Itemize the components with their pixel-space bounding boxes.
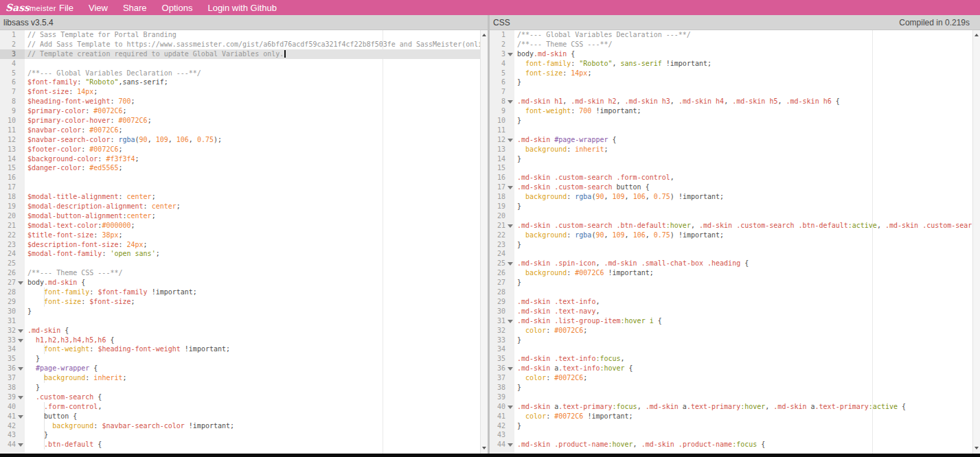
code-line[interactable]: $footer-color: #0072C6;	[25, 145, 480, 154]
code-line[interactable]: font-family: "Roboto", sans-serif !impor…	[514, 59, 972, 69]
gutter-line-number[interactable]: 36	[0, 364, 25, 373]
css-code-area[interactable]: /**--- Global Variables Declaration ---*…	[514, 30, 972, 457]
gutter-line-number[interactable]: 5	[0, 69, 25, 78]
code-line[interactable]: $modal-description-alignment: center;	[25, 202, 480, 211]
gutter-line-number[interactable]: 15	[490, 163, 514, 173]
code-line[interactable]: .custom-search {	[25, 392, 480, 402]
code-line[interactable]: }	[25, 307, 480, 316]
code-line[interactable]	[514, 344, 972, 354]
code-line[interactable]: // Add Sass Template to https://www.sass…	[25, 40, 480, 49]
gutter-line-number[interactable]: 33	[0, 336, 25, 345]
gutter-line-number[interactable]: 37	[490, 373, 514, 383]
fold-toggle-icon[interactable]	[18, 443, 23, 447]
gutter-line-number[interactable]: 3	[0, 49, 25, 59]
fold-toggle-icon[interactable]	[508, 100, 513, 104]
code-line[interactable]: }	[25, 430, 480, 440]
gutter-line-number[interactable]: 12	[490, 135, 514, 145]
fold-toggle-icon[interactable]	[508, 443, 513, 447]
code-line[interactable]: background: #0072C6 !important;	[514, 268, 972, 278]
gutter-line-number[interactable]: 24	[490, 249, 514, 259]
code-line[interactable]: button {	[25, 412, 480, 421]
code-line[interactable]: /**--- Global Variables Declaration ---*…	[514, 30, 972, 40]
gutter-line-number[interactable]: 18	[490, 192, 514, 202]
gutter-line-number[interactable]: 38	[490, 383, 514, 392]
code-line[interactable]: }	[514, 78, 972, 87]
gutter-line-number[interactable]: 28	[490, 288, 514, 297]
code-line[interactable]	[514, 87, 972, 97]
gutter-line-number[interactable]: 37	[0, 373, 25, 383]
code-line[interactable]	[514, 126, 972, 135]
sass-code-editor[interactable]: 1234567891011121314151617181920212223242…	[0, 30, 488, 457]
gutter-line-number[interactable]: 30	[490, 307, 514, 316]
code-line[interactable]: .md-skin a.text-info:hover {	[514, 364, 972, 373]
code-line[interactable]: .md-skin .custom-search .btn-default:hov…	[514, 221, 972, 231]
sass-editor-scrollbar[interactable]	[480, 30, 488, 457]
gutter-line-number[interactable]: 27	[0, 278, 25, 288]
gutter-line-number[interactable]: 41	[490, 412, 514, 421]
gutter-line-number[interactable]: 41	[0, 412, 25, 421]
gutter-line-number[interactable]: 9	[490, 106, 514, 116]
code-line[interactable]	[25, 316, 480, 326]
code-line[interactable]: }	[514, 240, 972, 250]
css-code-editor[interactable]: 1234567891011121314151617181920212223242…	[490, 30, 980, 457]
code-line[interactable]: /**--- Global Variables Declaration ---*…	[25, 69, 480, 78]
gutter-line-number[interactable]: 33	[490, 336, 514, 345]
code-line[interactable]: .md-skin a.text-primary:focus, .md-skin …	[514, 402, 972, 412]
gutter-line-number[interactable]: 11	[490, 126, 514, 135]
code-line[interactable]	[25, 183, 480, 192]
fold-toggle-icon[interactable]	[18, 367, 23, 371]
gutter-line-number[interactable]: 21	[0, 221, 25, 231]
gutter-line-number[interactable]: 3	[490, 49, 514, 59]
gutter-line-number[interactable]: 17	[490, 183, 514, 192]
code-line[interactable]: $font-family: "Roboto",sans-serif;	[25, 78, 480, 87]
gutter-line-number[interactable]: 32	[0, 326, 25, 336]
code-line[interactable]: background: rgba(90, 109, 106, 0.75) !im…	[514, 231, 972, 240]
gutter-line-number[interactable]: 23	[490, 240, 514, 250]
fold-toggle-icon[interactable]	[18, 339, 23, 342]
gutter-line-number[interactable]: 16	[0, 173, 25, 183]
code-line[interactable]: }	[25, 354, 480, 364]
gutter-line-number[interactable]: 10	[490, 116, 514, 126]
code-line[interactable]	[25, 259, 480, 268]
gutter-line-number[interactable]: 8	[0, 97, 25, 106]
gutter-line-number[interactable]: 1	[490, 30, 514, 40]
gutter-line-number[interactable]: 34	[0, 344, 25, 354]
fold-toggle-icon[interactable]	[508, 320, 513, 323]
scroll-up-icon[interactable]	[973, 32, 980, 39]
code-line[interactable]: $description-font-size: 24px;	[25, 240, 480, 250]
code-line[interactable]	[514, 392, 972, 402]
gutter-line-number[interactable]: 26	[490, 268, 514, 278]
gutter-line-number[interactable]: 5	[490, 69, 514, 78]
sass-code-area[interactable]: // Sass Template for Portal Branding// A…	[25, 30, 480, 457]
css-editor-scrollbar[interactable]	[972, 30, 980, 457]
gutter-line-number[interactable]: 10	[0, 116, 25, 126]
gutter-line-number[interactable]: 2	[490, 40, 514, 49]
code-line[interactable]: .md-skin .product-name:hover, .md-skin .…	[514, 440, 972, 449]
code-line[interactable]: .md-skin .list-group-item:hover i {	[514, 316, 972, 326]
scroll-down-icon[interactable]	[481, 445, 488, 452]
code-line[interactable]: .md-skin .custom-search .form-control,	[514, 173, 972, 183]
code-line[interactable]: .md-skin .text-navy,	[514, 307, 972, 316]
gutter-line-number[interactable]: 38	[0, 383, 25, 392]
fold-toggle-icon[interactable]	[508, 139, 513, 142]
gutter-line-number[interactable]: 20	[490, 211, 514, 221]
code-line[interactable]: }	[514, 278, 972, 288]
gutter-line-number[interactable]: 13	[0, 145, 25, 154]
gutter-line-number[interactable]: 4	[490, 59, 514, 69]
code-line[interactable]	[514, 430, 972, 440]
gutter-line-number[interactable]: 42	[0, 421, 25, 431]
code-line[interactable]: $modal-button-alignment:center;	[25, 211, 480, 221]
menu-file[interactable]: File	[59, 3, 73, 13]
fold-toggle-icon[interactable]	[18, 415, 23, 419]
gutter-line-number[interactable]: 40	[0, 402, 25, 412]
gutter-line-number[interactable]: 39	[0, 392, 25, 402]
menu-share[interactable]: Share	[123, 3, 147, 13]
code-line[interactable]: font-size: $font-size;	[25, 297, 480, 307]
code-line[interactable]: $navbar-color: #0072C6;	[25, 126, 480, 135]
gutter-line-number[interactable]: 11	[0, 126, 25, 135]
code-line[interactable]: }	[514, 154, 972, 164]
fold-toggle-icon[interactable]	[18, 329, 23, 333]
code-line[interactable]: #page-wrapper {	[25, 364, 480, 373]
gutter-line-number[interactable]: 16	[490, 173, 514, 183]
gutter-line-number[interactable]: 29	[490, 297, 514, 307]
